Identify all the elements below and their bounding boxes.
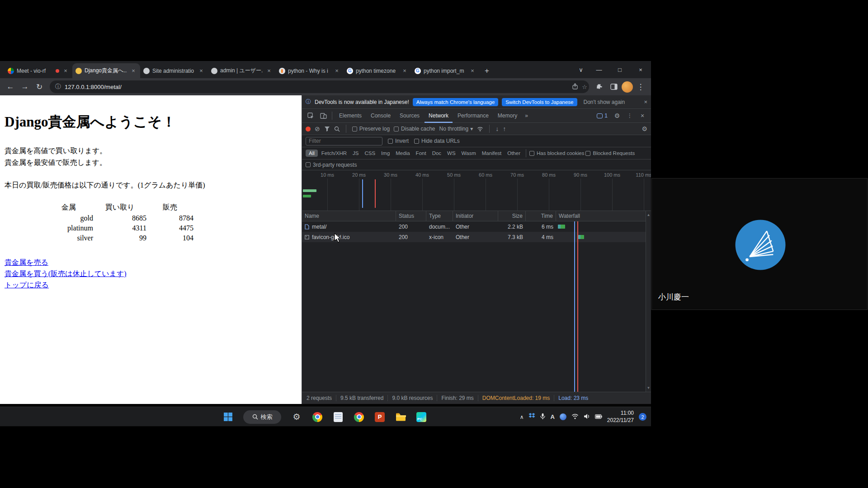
new-tab-button[interactable]: + xyxy=(481,65,493,77)
minimize-button[interactable]: — xyxy=(589,61,609,78)
invert-checkbox[interactable] xyxy=(388,139,393,144)
taskbar-search[interactable]: 検索 xyxy=(243,410,281,424)
col-waterfall[interactable]: Waterfall xyxy=(556,211,651,221)
tab-close-icon[interactable]: × xyxy=(62,67,69,74)
ime-indicator[interactable]: A xyxy=(550,413,554,420)
record-network-log-icon[interactable] xyxy=(306,127,311,131)
tab-close-icon[interactable]: × xyxy=(265,67,273,74)
throttling-dropdown[interactable]: No throttling ▾ xyxy=(439,126,473,132)
has-blocked-cookies-checkbox[interactable] xyxy=(529,151,534,156)
browser-tab-google-1[interactable]: G python timezone × xyxy=(344,63,411,78)
col-initiator[interactable]: Initiator xyxy=(453,211,498,221)
link-top[interactable]: トップに戻る xyxy=(5,279,49,291)
search-network-icon[interactable] xyxy=(334,126,340,132)
link-sell[interactable]: 貴金属を売る xyxy=(5,257,48,268)
filter-chip-wasm[interactable]: Wasm xyxy=(459,150,478,157)
filter-input[interactable] xyxy=(306,137,382,145)
has-blocked-cookies-control[interactable]: Has blocked cookies xyxy=(529,150,584,156)
start-button[interactable] xyxy=(222,412,233,422)
tab-network[interactable]: Network xyxy=(425,109,453,123)
hide-data-urls-checkbox[interactable] xyxy=(414,139,419,144)
tab-search-icon[interactable]: ∨ xyxy=(573,61,589,78)
devtools-menu-kebab-icon[interactable]: ⋮ xyxy=(624,110,636,121)
browser-menu-kebab-icon[interactable]: ⋮ xyxy=(634,80,647,94)
taskbar-clock[interactable]: 11:00 2022/11/27 xyxy=(607,410,634,424)
device-toolbar-icon[interactable] xyxy=(317,110,329,121)
export-har-icon[interactable]: ↑ xyxy=(503,125,506,132)
address-bar[interactable]: ⓘ 127.0.0.1:8000/metal/ ☆ xyxy=(50,80,589,93)
profile-avatar[interactable] xyxy=(622,81,633,93)
filter-chip-manifest[interactable]: Manifest xyxy=(480,150,504,157)
link-buy[interactable]: 貴金属を買う(販売は休止しています) xyxy=(5,268,127,279)
col-type[interactable]: Type xyxy=(426,211,453,221)
blocked-requests-checkbox[interactable] xyxy=(585,151,590,156)
request-row-favicon[interactable]: favicon-gold.ico 200 x-icon Other 7.3 kB… xyxy=(302,232,651,242)
filter-chip-other[interactable]: Other xyxy=(505,150,523,157)
browser-tab-django[interactable]: Django貴金属へ... × xyxy=(72,63,140,78)
invert-control[interactable]: Invert xyxy=(388,138,409,144)
filter-chip-fetch[interactable]: Fetch/XHR xyxy=(319,150,349,157)
pycharm-icon[interactable]: PC xyxy=(416,412,427,422)
file-explorer-icon[interactable] xyxy=(395,412,406,422)
back-icon[interactable]: ← xyxy=(4,80,17,94)
network-conditions-icon[interactable] xyxy=(477,127,483,131)
volume-icon[interactable] xyxy=(584,413,590,421)
tab-close-icon[interactable]: × xyxy=(469,67,476,74)
col-name[interactable]: Name xyxy=(302,211,396,221)
browser-tab-stackoverflow[interactable]: ▮ python - Why is i × xyxy=(276,63,344,78)
dont-show-again-button[interactable]: Don't show again xyxy=(581,98,628,107)
tab-close-icon[interactable]: × xyxy=(333,67,340,74)
chrome-taskbar-icon[interactable] xyxy=(312,412,323,422)
tab-console[interactable]: Console xyxy=(367,109,395,123)
preserve-log-control[interactable]: Preserve log xyxy=(352,126,390,132)
network-settings-gear-icon[interactable]: ⚙ xyxy=(642,125,647,132)
clear-network-log-icon[interactable]: ⊘ xyxy=(315,125,320,132)
third-party-checkbox[interactable] xyxy=(306,162,311,167)
share-icon[interactable] xyxy=(572,83,578,91)
browser-tab-admin-users[interactable]: admin | ユーザー... × xyxy=(208,63,276,78)
browser-tab-google-2[interactable]: G python import_m × xyxy=(411,63,479,78)
extensions-puzzle-icon[interactable] xyxy=(593,80,606,94)
col-size[interactable]: Size xyxy=(498,211,526,221)
scroll-up-icon[interactable]: ▲ xyxy=(647,213,651,217)
microphone-icon[interactable] xyxy=(540,413,545,421)
site-info-icon[interactable]: ⓘ xyxy=(55,83,61,91)
tab-sources[interactable]: Sources xyxy=(396,109,424,123)
maximize-button[interactable]: □ xyxy=(609,61,630,78)
filter-chip-img[interactable]: Img xyxy=(379,150,392,157)
settings-gear-icon[interactable]: ⚙ xyxy=(291,412,302,422)
third-party-control[interactable]: 3rd-party requests xyxy=(306,162,357,168)
disable-cache-checkbox[interactable] xyxy=(394,127,399,131)
hidden-icons-caret[interactable]: ∧ xyxy=(520,414,524,420)
filter-funnel-icon[interactable] xyxy=(324,126,330,131)
blocked-requests-control[interactable]: Blocked Requests xyxy=(585,150,635,156)
tab-elements[interactable]: Elements xyxy=(335,109,366,123)
filter-chip-media[interactable]: Media xyxy=(393,150,412,157)
more-tabs-icon[interactable]: » xyxy=(522,113,531,119)
table-scrollbar[interactable]: ▲ ▼ xyxy=(646,211,651,392)
reload-icon[interactable]: ↻ xyxy=(33,80,46,94)
filter-chip-doc[interactable]: Doc xyxy=(430,150,443,157)
filter-chip-css[interactable]: CSS xyxy=(362,150,377,157)
inspect-element-icon[interactable] xyxy=(305,110,316,121)
filter-chip-all[interactable]: All xyxy=(306,150,318,157)
side-panel-icon[interactable] xyxy=(607,80,621,94)
col-time[interactable]: Time xyxy=(526,211,556,221)
tab-performance[interactable]: Performance xyxy=(453,109,493,123)
battery-icon[interactable] xyxy=(595,414,602,420)
chrome-secondary-icon[interactable] xyxy=(354,412,364,422)
network-overview-timeline[interactable]: 10 ms 20 ms 30 ms 40 ms 50 ms 60 ms 70 m… xyxy=(302,170,651,211)
request-row-metal[interactable]: metal/ 200 docum... Other 2.2 kB 6 ms xyxy=(302,221,651,232)
notepad-icon[interactable] xyxy=(333,412,344,422)
hide-data-urls-control[interactable]: Hide data URLs xyxy=(414,138,460,144)
scroll-down-icon[interactable]: ▼ xyxy=(647,386,651,390)
col-status[interactable]: Status xyxy=(396,211,426,221)
browser-tab-meet[interactable]: Meet - vio-rf × xyxy=(5,63,72,78)
bookmark-star-icon[interactable]: ☆ xyxy=(582,84,587,90)
notification-count-badge[interactable]: 2 xyxy=(639,413,646,421)
issues-badge[interactable]: 1 xyxy=(594,113,610,119)
filter-chip-ws[interactable]: WS xyxy=(445,150,458,157)
import-har-icon[interactable]: ↓ xyxy=(495,125,499,132)
devtools-settings-gear-icon[interactable]: ⚙ xyxy=(611,110,623,121)
filter-chip-font[interactable]: Font xyxy=(414,150,429,157)
